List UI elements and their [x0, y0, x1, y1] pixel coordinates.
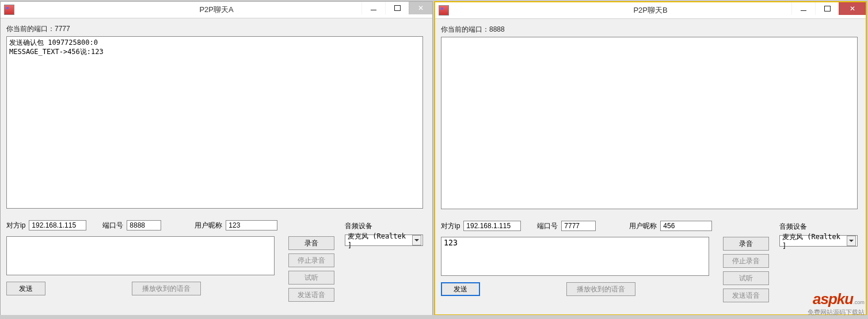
audio-device-combo[interactable]: 麦克风 (Realtek ]	[779, 235, 858, 247]
port-number-label: 端口号	[102, 221, 123, 230]
app-icon	[439, 5, 449, 16]
send-voice-button[interactable]: 发送语音	[723, 289, 769, 302]
peer-ip-label: 对方ip	[6, 221, 25, 230]
audio-device-label: 音频设备	[779, 222, 858, 232]
nickname-label: 用户昵称	[629, 221, 657, 231]
nickname-input[interactable]	[226, 220, 277, 230]
nickname-input[interactable]	[660, 221, 712, 231]
client-area: 你当前的端口：8888 对方ip 端口号 用户昵称 录音 停止录音 试听 发送语…	[435, 19, 866, 314]
chevron-down-icon	[847, 236, 856, 246]
port-number-input[interactable]	[127, 220, 161, 230]
peer-ip-label: 对方ip	[441, 221, 460, 231]
window-title: P2P聊天A	[199, 5, 233, 15]
send-button[interactable]: 发送	[6, 282, 45, 295]
play-received-voice-button[interactable]: 播放收到的语音	[132, 282, 201, 295]
send-voice-button[interactable]: 发送语音	[288, 288, 334, 302]
minimize-button[interactable]	[791, 2, 815, 15]
minimize-button[interactable]	[361, 2, 385, 14]
preview-button[interactable]: 试听	[723, 271, 769, 285]
chat-log[interactable]: 发送确认包 1097725800:0 MESSAGE_TEXT->456说:12…	[6, 36, 423, 209]
audio-device-combo[interactable]: 麦克风 (Realtek ]	[345, 235, 423, 246]
window-a: P2P聊天A 你当前的端口：7777 发送确认包 1097725800:0 ME…	[0, 1, 433, 315]
audio-device-value: 麦克风 (Realtek ]	[782, 232, 846, 250]
play-received-voice-button[interactable]: 播放收到的语音	[566, 282, 635, 296]
current-port-label: 你当前的端口：7777	[6, 24, 427, 34]
maximize-button[interactable]	[815, 2, 839, 15]
titlebar[interactable]: P2P聊天B	[435, 2, 866, 19]
peer-ip-input[interactable]	[29, 220, 86, 230]
preview-button[interactable]: 试听	[288, 271, 334, 285]
app-icon	[4, 5, 14, 15]
client-area: 你当前的端口：7777 发送确认包 1097725800:0 MESSAGE_T…	[1, 18, 432, 315]
record-button[interactable]: 录音	[723, 237, 769, 251]
close-button[interactable]	[839, 2, 866, 15]
maximize-button[interactable]	[385, 2, 409, 14]
chevron-down-icon	[412, 235, 421, 245]
record-button[interactable]: 录音	[288, 236, 334, 250]
message-input[interactable]	[6, 236, 275, 275]
audio-device-value: 麦克风 (Realtek ]	[348, 232, 411, 249]
port-number-input[interactable]	[561, 221, 596, 231]
titlebar[interactable]: P2P聊天A	[1, 2, 432, 18]
peer-ip-input[interactable]	[463, 221, 521, 231]
window-b: P2P聊天B 你当前的端口：8888 对方ip 端口号 用户昵称 录音 停止录音…	[434, 1, 867, 315]
stop-record-button[interactable]: 停止录音	[723, 254, 769, 268]
current-port-label: 你当前的端口：8888	[441, 25, 860, 34]
message-input[interactable]	[441, 237, 709, 276]
nickname-label: 用户昵称	[195, 221, 222, 230]
close-button[interactable]	[409, 2, 432, 14]
send-button[interactable]: 发送	[441, 282, 480, 296]
stop-record-button[interactable]: 停止录音	[288, 253, 334, 267]
audio-device-label: 音频设备	[345, 221, 423, 231]
chat-log[interactable]	[441, 37, 858, 209]
port-number-label: 端口号	[537, 221, 558, 231]
window-title: P2P聊天B	[633, 5, 667, 16]
